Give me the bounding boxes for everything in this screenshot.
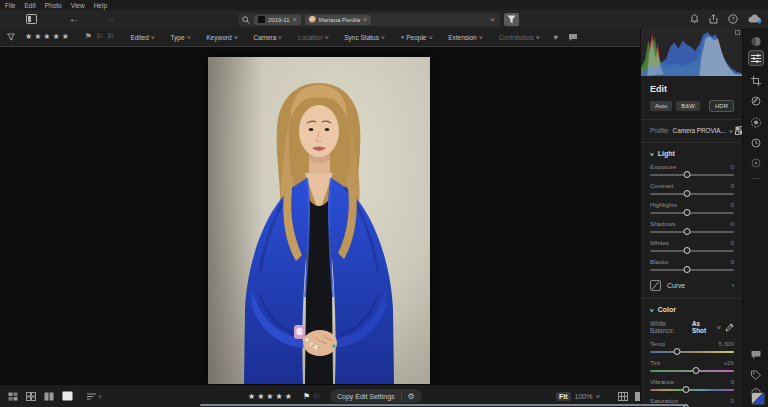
reject-flag-icon[interactable]: ⚐	[313, 392, 320, 401]
copy-edit-settings-button[interactable]: Copy Edit Settings ⚙	[330, 389, 422, 403]
flag-filter[interactable]: ⚑ ⚐ ⚐	[85, 33, 115, 41]
white-balance-row[interactable]: White Balance: As Shot ∨	[650, 320, 734, 334]
star-icon[interactable]: ★	[53, 33, 60, 41]
star-icon[interactable]: ★	[285, 392, 292, 401]
healing-brush-icon[interactable]	[751, 96, 761, 106]
gear-icon[interactable]: ⚙	[408, 392, 415, 401]
square-grid-view-icon[interactable]	[26, 392, 36, 401]
back-button[interactable]: ←	[69, 14, 79, 24]
slider-thumb[interactable]	[683, 190, 690, 197]
forward-button[interactable]: →	[105, 14, 115, 24]
reject-flag-icon[interactable]: ⚐	[107, 33, 114, 41]
star-icon[interactable]: ★	[25, 33, 32, 41]
tag-close-icon[interactable]: ×	[363, 16, 367, 23]
search-clear-icon[interactable]: ×	[490, 15, 495, 24]
tint-slider[interactable]: Tint+26	[650, 359, 734, 372]
histogram-expand-icon[interactable]	[735, 30, 740, 35]
star-icon[interactable]: ★	[34, 33, 41, 41]
comments-icon[interactable]	[750, 350, 761, 360]
star-icon[interactable]: ★	[62, 33, 69, 41]
light-section-header[interactable]: ∨ Light	[650, 150, 742, 157]
more-tools-icon[interactable]: ⋯	[751, 174, 760, 183]
zoom-level[interactable]: 100%	[575, 393, 593, 400]
temp-slider[interactable]: Temp5,300	[650, 340, 734, 353]
whites-slider[interactable]: Whites0	[650, 239, 734, 252]
star-icon[interactable]: ★	[43, 33, 50, 41]
dropdown-edited[interactable]: Edited∨	[130, 34, 154, 41]
color-section-header[interactable]: ∨ Color	[650, 306, 742, 313]
menu-view[interactable]: View	[71, 2, 85, 9]
slider-thumb[interactable]	[683, 386, 690, 393]
highlights-slider[interactable]: Highlights0	[650, 201, 734, 214]
lens-blur-icon[interactable]	[751, 158, 761, 168]
slider-thumb[interactable]	[683, 247, 690, 254]
eyedropper-icon[interactable]	[725, 323, 734, 332]
auto-button[interactable]: Auto	[650, 101, 672, 111]
dropdown-contributors[interactable]: Contributors∨	[498, 34, 539, 41]
refine-filter-icon[interactable]	[7, 33, 15, 41]
detail-view-icon[interactable]	[62, 391, 73, 401]
menu-photo[interactable]: Photo	[45, 2, 62, 9]
dropdown-type[interactable]: Type∨	[170, 34, 190, 41]
presets-circle-icon[interactable]	[750, 36, 761, 47]
cloud-sync-icon[interactable]	[748, 14, 762, 24]
slider-thumb[interactable]	[683, 171, 690, 178]
share-icon[interactable]	[709, 14, 718, 24]
edit-sliders-icon[interactable]	[748, 50, 764, 66]
slider-thumb[interactable]	[683, 209, 690, 216]
star-icon[interactable]: ★	[257, 392, 264, 401]
versions-clock-icon[interactable]	[751, 138, 761, 148]
curve-row[interactable]: Curve ›	[650, 280, 734, 291]
hdr-button[interactable]: HDR	[709, 100, 734, 112]
two-column-view-icon[interactable]	[44, 392, 54, 401]
slider-thumb[interactable]	[683, 228, 690, 235]
dropdown-location[interactable]: Location∨	[298, 34, 328, 41]
dropdown-sync-status[interactable]: Sync Status∨	[344, 34, 384, 41]
fit-button[interactable]: Fit	[556, 392, 571, 401]
search-input[interactable]: 2019-11 × Mariana Penilla × ×	[238, 13, 500, 26]
slider-thumb[interactable]	[693, 367, 700, 374]
slider-thumb[interactable]	[673, 348, 680, 355]
favorite-heart-icon[interactable]: ♥	[553, 33, 558, 42]
comment-icon[interactable]	[568, 33, 578, 42]
notifications-bell-icon[interactable]	[690, 14, 699, 24]
dropdown-people[interactable]: ●People∨	[401, 34, 433, 41]
pick-flag-icon[interactable]: ⚑	[303, 392, 310, 401]
photo-grid-view-icon[interactable]	[8, 392, 18, 401]
blacks-slider[interactable]: Blacks0	[650, 258, 734, 271]
histogram[interactable]	[641, 28, 742, 76]
photo[interactable]	[208, 57, 430, 384]
exposure-slider[interactable]: Exposure0	[650, 163, 734, 176]
crop-icon[interactable]	[751, 76, 761, 86]
star-icon[interactable]: ★	[248, 392, 255, 401]
profile-row[interactable]: Profile: Camera PROVIA... ∨	[650, 126, 734, 135]
slider-thumb[interactable]	[683, 266, 690, 273]
horizontal-scrollbar[interactable]	[200, 404, 688, 406]
dropdown-keyword[interactable]: Keyword∨	[206, 34, 237, 41]
grid-overlay-icon[interactable]	[618, 392, 628, 401]
shadows-slider[interactable]: Shadows0	[650, 220, 734, 233]
star-icon[interactable]: ★	[266, 392, 273, 401]
photo-rating-stars[interactable]: ★ ★ ★ ★ ★	[248, 392, 292, 401]
star-icon[interactable]: ★	[276, 392, 283, 401]
menu-edit[interactable]: Edit	[24, 2, 35, 9]
filmstrip-thumbnail[interactable]	[751, 392, 765, 405]
menu-file[interactable]: File	[5, 2, 15, 9]
filter-funnel-button[interactable]	[504, 13, 519, 26]
contrast-slider[interactable]: Contrast0	[650, 182, 734, 195]
masking-icon[interactable]	[750, 117, 761, 128]
pick-flag-icon[interactable]: ⚑	[85, 33, 92, 41]
rating-filter-stars[interactable]: ★ ★ ★ ★ ★	[25, 33, 69, 41]
keywords-tag-icon[interactable]	[750, 370, 761, 380]
search-tag-date[interactable]: 2019-11 ×	[254, 15, 301, 25]
help-icon[interactable]: ?	[728, 14, 738, 24]
search-tag-person[interactable]: Mariana Penilla ×	[305, 15, 371, 25]
dropdown-extension[interactable]: Extension∨	[448, 34, 482, 41]
tag-close-icon[interactable]: ×	[293, 16, 297, 23]
unflagged-icon[interactable]: ⚐	[96, 33, 103, 41]
bw-button[interactable]: B&W	[676, 101, 700, 111]
grid-panel-icon[interactable]	[26, 14, 37, 24]
dropdown-camera[interactable]: Camera∨	[253, 34, 282, 41]
sort-control[interactable]: ∨	[87, 393, 102, 400]
profile-value[interactable]: Camera PROVIA...	[673, 127, 726, 134]
